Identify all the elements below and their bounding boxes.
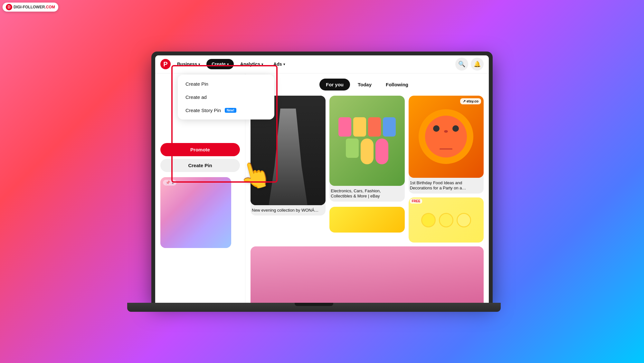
chevron-down-icon: ▾	[227, 62, 229, 66]
list-item[interactable]	[329, 207, 404, 233]
watermark-logo: D	[6, 4, 12, 10]
party-items	[329, 112, 404, 169]
header: P Business ▾ Create ▾ Analytics ▾ Ads	[155, 55, 489, 73]
party-item	[338, 117, 351, 137]
lion-nose	[444, 130, 448, 133]
list-item[interactable]: FREE	[409, 197, 484, 243]
tab-for-you[interactable]: For you	[319, 79, 350, 91]
laptop-screen: P Business ▾ Create ▾ Analytics ▾ Ads	[155, 55, 489, 303]
nav-analytics[interactable]: Analytics ▾	[236, 59, 267, 69]
pin-image-lemon: FREE	[409, 197, 484, 243]
list-item[interactable]: ↗ etsy.co 1st Birthday Food Ideas and De…	[409, 96, 484, 194]
lion-face	[409, 96, 484, 178]
party-item	[375, 139, 388, 164]
feed-tabs: For you Today Following	[251, 79, 484, 91]
pinterest-logo: P	[160, 59, 171, 69]
new-badge: New!	[225, 108, 236, 113]
header-right: 🔍 🔔	[455, 58, 484, 71]
lion-mouth	[440, 148, 452, 149]
nav-create[interactable]: Create ▾	[206, 59, 234, 69]
party-item	[361, 139, 374, 164]
sidebar-pin-card[interactable]: 📌 1	[160, 177, 231, 248]
list-item[interactable]: Flamingo E Etsy	[251, 246, 484, 302]
pin-image-lion: ↗ etsy.co	[409, 96, 484, 178]
create-story-pin-option[interactable]: Create Story Pin New!	[178, 104, 274, 117]
free-badge: FREE	[410, 199, 422, 204]
dropdown-overlay: Create Pin Create ad Create Story Pin Ne…	[178, 73, 274, 184]
pin-info: 1st Birthday Food Ideas and Decorations …	[409, 178, 484, 194]
party-item	[368, 117, 381, 137]
hand-pointer-container: 👆	[178, 119, 274, 184]
lion-eye-left	[433, 125, 440, 132]
lemon-2	[439, 213, 453, 227]
watermark-badge: D DIGI-FOLLOWER.COM	[3, 3, 58, 12]
laptop-body: P Business ▾ Create ▾ Analytics ▾ Ads	[151, 52, 493, 303]
party-item	[353, 117, 366, 137]
pin-bg-overlay	[160, 177, 231, 248]
laptop-base	[127, 303, 501, 312]
chevron-down-icon: ▾	[283, 62, 285, 66]
nav-ads[interactable]: Ads ▾	[270, 59, 289, 69]
laptop-container: P Business ▾ Create ▾ Analytics ▾ Ads	[143, 52, 501, 312]
lion-circle	[425, 116, 467, 158]
pin-image-content	[329, 96, 404, 186]
feed-area: For you Today Following	[245, 73, 489, 303]
create-ad-option[interactable]: Create ad	[178, 91, 274, 104]
pin-title: Electronics, Cars, Fashion, Collectibles…	[331, 188, 403, 199]
pin-title: New evening collection by WONÁ…	[252, 208, 324, 213]
pin-image-flamingo	[251, 246, 484, 302]
watermark-brand: DIGI-FOLLOWER.COM	[14, 5, 55, 9]
pin-column-2: Electronics, Cars, Fashion, Collectibles…	[329, 96, 404, 243]
party-item	[383, 117, 396, 137]
tab-following[interactable]: Following	[379, 79, 415, 91]
lion-eye-right	[452, 125, 459, 132]
pin-image-bottom	[329, 207, 404, 233]
list-item[interactable]: Electronics, Cars, Fashion, Collectibles…	[329, 96, 404, 202]
pin-column-4: Flamingo E Etsy	[251, 246, 484, 302]
party-item	[346, 139, 359, 158]
pin-column-3: ↗ etsy.co 1st Birthday Food Ideas and De…	[409, 96, 484, 243]
pin-title: 1st Birthday Food Ideas and Decorations …	[410, 180, 482, 191]
notification-button[interactable]: 🔔	[471, 58, 484, 71]
pin-info: Electronics, Cars, Fashion, Collectibles…	[329, 186, 404, 202]
tab-today[interactable]: Today	[351, 79, 378, 91]
flamingo-overlay	[251, 246, 484, 302]
pinterest-page: P Business ▾ Create ▾ Analytics ▾ Ads	[155, 55, 489, 303]
pin-info: New evening collection by WONÁ…	[251, 205, 326, 216]
lemon-3	[457, 213, 471, 227]
create-dropdown-menu: Create Pin Create ad Create Story Pin Ne…	[178, 75, 274, 119]
etsy-overlay-badge: ↗ etsy.co	[460, 98, 481, 104]
lemon-1	[421, 213, 436, 227]
pin-grid: 📌1 New evening collection by WONÁ…	[251, 96, 484, 303]
search-button[interactable]: 🔍	[455, 58, 468, 71]
pin-image-ebay	[329, 96, 404, 186]
create-pin-option[interactable]: Create Pin	[178, 77, 274, 91]
nav-business[interactable]: Business ▾	[173, 59, 204, 69]
chevron-down-icon: ▾	[198, 62, 200, 66]
chevron-down-icon: ▾	[261, 62, 263, 66]
